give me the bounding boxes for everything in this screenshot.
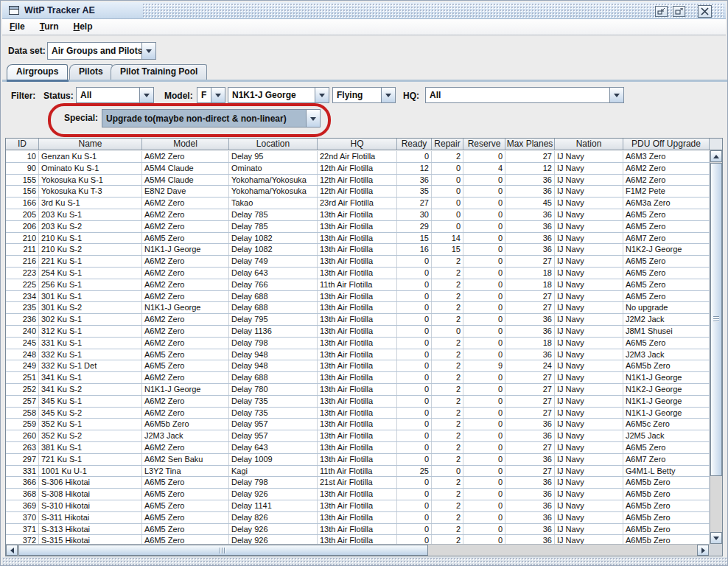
table-row[interactable]: 258345 Ku S-2A6M2 ZeroDelay 73513th Air … [6,408,710,419]
table-row[interactable]: 223254 Ku S-1A6M2 ZeroDelay 64313th Air … [6,268,710,279]
tab-pilot-training-pool[interactable]: Pilot Training Pool [111,64,207,80]
status-filter-select[interactable]: All [76,87,154,103]
table-row[interactable]: 370S-311 HikotaiA6M5 ZeroDelay 82613th A… [6,512,710,524]
chevron-down-icon[interactable] [306,110,320,127]
horizontal-scrollbar[interactable] [6,544,710,556]
menu-help[interactable]: Help [71,19,94,35]
table-row[interactable]: 369S-310 HikotaiA6M5 ZeroDelay 114113th … [6,500,710,512]
horizontal-scrollbar-thumb[interactable] [18,545,428,556]
table-cell: 0 [463,384,505,395]
table-cell: 13th Air Flotilla [318,314,397,325]
table-cell: A6M5 Zero [142,512,229,523]
column-header-max-planes[interactable]: Max Planes [505,139,555,150]
table-row[interactable]: 236302 Ku S-1A6M2 ZeroDelay 79513th Air … [6,314,710,326]
table-cell: 2 [432,291,463,302]
table-row[interactable]: 245331 Ku S-1A6M2 ZeroDelay 79813th Air … [6,338,710,349]
window-bottom-border [2,557,727,565]
dataset-select[interactable]: Air Groups and Pilots [47,42,156,60]
table-cell: A6M7 Zero [623,454,710,465]
menu-file[interactable]: File [8,19,27,35]
table-row[interactable]: 248332 Ku S-1A6M5 ZeroDelay 94813th Air … [6,349,710,361]
chevron-down-icon[interactable] [139,88,153,102]
table-row[interactable]: 257345 Ku S-1A6M2 ZeroDelay 73513th Air … [6,396,710,408]
table-cell: A6M3a Zero [623,198,710,209]
hq-filter-select[interactable]: All [425,87,624,103]
table-row[interactable]: 3311001 Ku U-1L3Y2 TinaKagi11th Air Flot… [6,466,710,478]
table-cell: 36 [505,186,555,197]
table-row[interactable]: 366S-306 HikotaiA6M5 ZeroDelay 79821st A… [6,477,710,489]
close-button[interactable] [698,5,712,18]
table-cell: IJ Navy [555,151,623,162]
table-row[interactable]: 206203 Ku S-2A6M2 ZeroDelay 78513th Air … [6,221,710,233]
table-row[interactable]: 372S-315 HikotaiA6M5 ZeroDelay 92613th A… [6,535,710,544]
table-cell: 18 [505,268,555,279]
column-header-pdu-off-upgrade[interactable]: PDU Off Upgrade [623,139,710,150]
table-cell: 36 [505,209,555,220]
chevron-down-icon[interactable] [381,88,395,102]
table-row[interactable]: 205203 Ku S-1A6M2 ZeroDelay 78513th Air … [6,209,710,221]
tab-pilots[interactable]: Pilots [69,64,113,80]
table-cell: 254 Ku S-1 [39,268,142,279]
table-row[interactable]: 235301 Ku S-2N1K1-J GeorgeDelay 68813th … [6,302,710,314]
table-row[interactable]: 155Yokosuka Ku S-1A5M4 ClaudeYokohama/Yo… [6,175,710,186]
scroll-up-icon[interactable] [710,150,722,162]
table-row[interactable]: 240312 Ku S-1A6M2 ZeroDelay 113613th Air… [6,326,710,338]
table-row[interactable]: 1663rd Ku S-1A6M2 ZeroTakao23rd Air Flot… [6,198,710,209]
column-header-reserve[interactable]: Reserve [463,139,505,150]
chevron-down-icon[interactable] [141,43,155,59]
table-cell: 0 [463,326,505,337]
table-cell: 155 [6,175,39,186]
table-row[interactable]: 259352 Ku S-1A6M5b ZeroDelay 95713th Air… [6,419,710,430]
table-row[interactable]: 225256 Ku S-1A6M2 ZeroDelay 76611th Air … [6,279,710,291]
table-cell: IJ Navy [555,512,623,523]
title-bar[interactable]: WitP Tracker AE [2,2,726,19]
table-row[interactable]: 211210 Ku S-2N1K1-J GeorgeDelay 108213th… [6,244,710,256]
table-row[interactable]: 249332 Ku S-1 DetA6M5 ZeroDelay 94813th … [6,360,710,372]
special-filter-select[interactable]: Upgrade to(maybe non-direct & non-linear… [102,109,321,127]
vertical-scrollbar-thumb[interactable] [710,163,722,476]
chevron-down-icon[interactable] [609,88,623,102]
minimize-button[interactable] [655,6,668,17]
table-cell: 0 [397,489,432,500]
column-header-id[interactable]: ID [6,139,39,150]
tab-airgroups[interactable]: Airgroups [7,64,68,80]
table-row[interactable]: 252341 Ku S-2N1K1-J GeorgeDelay 78013th … [6,384,710,396]
table-row[interactable]: 371S-313 HikotaiA6M5 ZeroDelay 92613th A… [6,524,710,536]
vertical-scrollbar[interactable] [710,150,722,544]
table-row[interactable]: 368S-308 HikotaiA6M5 ZeroDelay 92613th A… [6,489,710,500]
scroll-right-icon[interactable] [697,545,709,556]
table-cell: 234 [6,291,39,302]
table-cell: IJ Navy [555,454,623,465]
chevron-down-icon[interactable] [315,88,329,102]
scroll-down-icon[interactable] [710,532,722,544]
table-row[interactable]: 251341 Ku S-1A6M2 ZeroDelay 68813th Air … [6,372,710,384]
table-row[interactable]: 10Genzan Ku S-1A6M2 ZeroDelay 9522nd Air… [6,151,710,163]
scroll-left-icon[interactable] [6,545,18,556]
table-row[interactable]: 263381 Ku S-1A6M2 ZeroDelay 64313th Air … [6,442,710,454]
table-row[interactable]: 260352 Ku S-2J2M3 JackDelay 95713th Air … [6,430,710,442]
table-row[interactable]: 297721 Ku S-1A6M2 Sen BakuDelay 100913th… [6,454,710,466]
menu-turn[interactable]: Turn [38,19,60,35]
table-cell: 2 [432,314,463,325]
column-header-repair[interactable]: Repair [432,139,463,150]
chevron-down-icon[interactable] [211,88,225,102]
table-cell: 210 [6,233,39,244]
table-cell: A6M5 Zero [142,500,229,511]
column-header-location[interactable]: Location [229,139,318,150]
table-row[interactable]: 90Ominato Ku S-1A5M4 ClaudeOminato12th A… [6,163,710,175]
model-mode-filter-select[interactable]: Flying [332,87,396,103]
table-row[interactable]: 210210 Ku S-1A6M5 ZeroDelay 108213th Air… [6,233,710,245]
column-header-hq[interactable]: HQ [318,139,397,150]
table-row[interactable]: 234301 Ku S-1A6M2 ZeroDelay 68813th Air … [6,291,710,303]
table-cell: 36 [397,175,432,186]
maximize-button[interactable] [673,6,685,17]
column-header-model[interactable]: Model [142,139,229,150]
table-row[interactable]: 156Yokosuka Ku T-3E8N2 DaveYokohama/Yoko… [6,186,710,198]
model-filter-select[interactable]: N1K1-J George [228,87,329,103]
column-header-ready[interactable]: Ready [397,139,432,150]
model-type-filter-select[interactable]: F [197,87,225,103]
column-header-name[interactable]: Name [39,139,142,150]
special-label: Special: [64,113,98,123]
column-header-nation[interactable]: Nation [555,139,623,150]
table-row[interactable]: 216221 Ku S-1A6M2 ZeroDelay 74913th Air … [6,256,710,268]
